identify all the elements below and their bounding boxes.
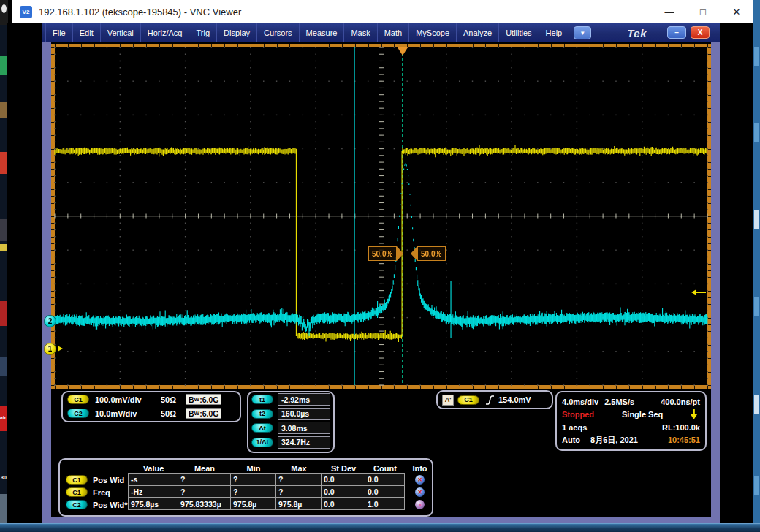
scope-body-inner: 50.0% 50.0% 2 1 bbox=[51, 42, 711, 517]
menu-myscope[interactable]: MyScope bbox=[409, 23, 457, 42]
ch1-bandwidth: BW:6.0G bbox=[186, 394, 221, 405]
ch2-scale: 10.0mV/div bbox=[95, 409, 161, 418]
trigger-source-badge[interactable]: C1 bbox=[457, 395, 479, 405]
meas1-count: 0.0 bbox=[365, 473, 405, 485]
meas1-stdev: 0.0 bbox=[321, 473, 365, 485]
ref-level-tag-left-arrow-icon bbox=[397, 246, 403, 261]
ref-level-tag-right-label: 50.0% bbox=[421, 250, 441, 258]
cursor-inv-delta-t-value: 324.7Hz bbox=[278, 436, 330, 449]
header-blank bbox=[64, 463, 129, 474]
menu-mask[interactable]: Mask bbox=[344, 23, 377, 42]
cursor-inv-delta-t-row: 1/Δt 324.7Hz bbox=[248, 436, 333, 450]
menu-utilities[interactable]: Utilities bbox=[499, 23, 539, 42]
ch2-badge[interactable]: C2 bbox=[67, 408, 89, 418]
header-min: Min bbox=[231, 463, 276, 474]
menu-math[interactable]: Math bbox=[378, 23, 409, 42]
desktop-icon-fragment bbox=[754, 123, 759, 142]
cursor-t1-badge[interactable]: t1 bbox=[251, 395, 273, 404]
menu-measure[interactable]: Measure bbox=[300, 23, 345, 42]
meas3-info-icon[interactable]: ● bbox=[415, 500, 425, 509]
ref-level-tag-right: 50.0% bbox=[417, 246, 446, 261]
meas3-min: 975.8µ bbox=[230, 498, 276, 510]
menu-display[interactable]: Display bbox=[217, 23, 257, 42]
desktop-icon-fragment bbox=[754, 297, 759, 316]
ch2-settings-row[interactable]: C2 10.0mV/div 50Ω BW:6.0G bbox=[63, 406, 240, 420]
bw-value: :6.0G bbox=[200, 395, 218, 404]
air-label: air bbox=[0, 415, 7, 420]
meas3-mean: 975.83333µ bbox=[178, 498, 231, 510]
header-count: Count bbox=[365, 463, 405, 474]
acq-mode: Single Seq bbox=[622, 410, 663, 419]
channel-settings-panel: C1 100.0mV/div 50Ω BW:6.0G C2 10.0mV/div… bbox=[61, 391, 241, 422]
cursor-inv-delta-t-badge[interactable]: 1/Δt bbox=[251, 438, 273, 447]
ch2-position-marker[interactable]: 2 bbox=[44, 315, 56, 327]
meas2-max: ? bbox=[276, 485, 322, 498]
close-button[interactable]: ✕ bbox=[720, 0, 753, 23]
header-max: Max bbox=[276, 463, 322, 474]
ch1-marker-arrow-icon bbox=[58, 346, 63, 352]
trigger-position-marker[interactable] bbox=[398, 48, 408, 56]
cursor-readout-panel: t1 -2.92ms t2 160.0µs Δt 3.08ms bbox=[247, 391, 335, 453]
cursor-delta-t-badge[interactable]: Δt bbox=[251, 423, 273, 433]
ch1-position-marker[interactable]: 1 bbox=[44, 343, 56, 355]
meas3-max: 975.8µ bbox=[276, 498, 322, 510]
scope-minimize-button[interactable]: – bbox=[667, 26, 686, 39]
meas2-mean: ? bbox=[178, 485, 231, 498]
meas2-info-icon[interactable]: ✕ bbox=[415, 487, 425, 497]
bw-b: B bbox=[189, 409, 194, 418]
meas3-value: 975.8µs bbox=[128, 498, 178, 510]
menu-help[interactable]: Help bbox=[539, 23, 570, 42]
scope-close-button[interactable]: X bbox=[691, 26, 710, 39]
minimize-button[interactable]: — bbox=[653, 0, 686, 23]
maximize-button[interactable]: □ bbox=[686, 0, 720, 23]
scope-menubar: File Edit Vertical Horiz/Acq Trig Displa… bbox=[42, 23, 720, 42]
cursor-t2-value: 160.0µs bbox=[278, 408, 330, 420]
menu-edit[interactable]: Edit bbox=[73, 23, 101, 42]
ref-level-tag-left-label: 50.0% bbox=[372, 250, 392, 258]
cursor-t2-row: t2 160.0µs bbox=[248, 407, 333, 422]
menu-dropdown-button[interactable]: ▼ bbox=[574, 26, 591, 39]
trigger-readout-panel[interactable]: A' C1 154.0mV bbox=[436, 390, 553, 409]
trigger-mode: Auto bbox=[562, 436, 580, 444]
meas1-mean: ? bbox=[178, 473, 231, 485]
graticule-canvas[interactable] bbox=[51, 44, 711, 389]
ch1-badge[interactable]: C1 bbox=[67, 395, 89, 404]
meas2-value: -Hz bbox=[128, 485, 178, 498]
measurement-row: C2 Pos Wid* 975.8µs 975.83333µ 975.8µ 97… bbox=[64, 498, 428, 511]
menu-vertical[interactable]: Vertical bbox=[101, 23, 141, 42]
measurement-row: C1 Pos Wid -s ? ? ? 0.0 0.0 ✕ bbox=[64, 474, 428, 486]
vnc-window: V2 192.168.1.102 (tekscope-195845) - VNC… bbox=[7, 0, 753, 523]
header-value: Value bbox=[129, 463, 178, 474]
desktop-icon-fragment bbox=[1, 4, 7, 13]
date-time-row: Auto 8月6日, 2021 10:45:51 bbox=[562, 434, 700, 446]
acq-state: Stopped bbox=[562, 410, 594, 419]
screen: air 30 V2 192.168.1.102 (tekscope-195845… bbox=[0, 0, 760, 532]
meas1-info-icon[interactable]: ✕ bbox=[415, 475, 425, 484]
menu-file[interactable]: File bbox=[45, 23, 73, 42]
date-value: 8月6日, 2021 bbox=[590, 435, 638, 446]
trigger-level-arrow[interactable] bbox=[691, 289, 706, 295]
bw-value: :6.0G bbox=[200, 409, 218, 418]
bw-w: W bbox=[194, 410, 200, 417]
cursor-delta-t-value: 3.08ms bbox=[278, 422, 330, 434]
menu-cursors[interactable]: Cursors bbox=[257, 23, 300, 42]
waveform-display[interactable]: 50.0% 50.0% 2 1 bbox=[51, 44, 711, 389]
meas1-channel-badge[interactable]: C1 bbox=[66, 475, 88, 484]
ch1-scale: 100.0mV/div bbox=[95, 395, 161, 404]
meas2-channel-badge[interactable]: C1 bbox=[66, 487, 88, 497]
ch1-settings-row[interactable]: C1 100.0mV/div 50Ω BW:6.0G bbox=[63, 392, 240, 406]
meas1-value: -s bbox=[128, 473, 178, 485]
meas3-channel-badge[interactable]: C2 bbox=[66, 500, 88, 509]
menu-horiz-acq[interactable]: Horiz/Acq bbox=[141, 23, 190, 42]
menu-analyze[interactable]: Analyze bbox=[457, 23, 499, 42]
taskbar[interactable] bbox=[0, 523, 760, 532]
desktop-icon-fragment bbox=[754, 47, 759, 66]
vnc-titlebar[interactable]: V2 192.168.1.102 (tekscope-195845) - VNC… bbox=[12, 0, 753, 23]
bw-w: W bbox=[194, 396, 200, 403]
desktop-icon-fragment bbox=[754, 210, 759, 229]
menu-trig[interactable]: Trig bbox=[189, 23, 217, 42]
cursor-t2-badge[interactable]: t2 bbox=[251, 409, 273, 419]
measurement-row: C1 Freq -Hz ? ? ? 0.0 0.0 ✕ bbox=[64, 486, 428, 498]
acquisition-panel: 4.0ms/div 2.5MS/s 400.0ns/pt Stopped Sin… bbox=[555, 391, 707, 451]
desktop-right-strip bbox=[753, 0, 760, 532]
